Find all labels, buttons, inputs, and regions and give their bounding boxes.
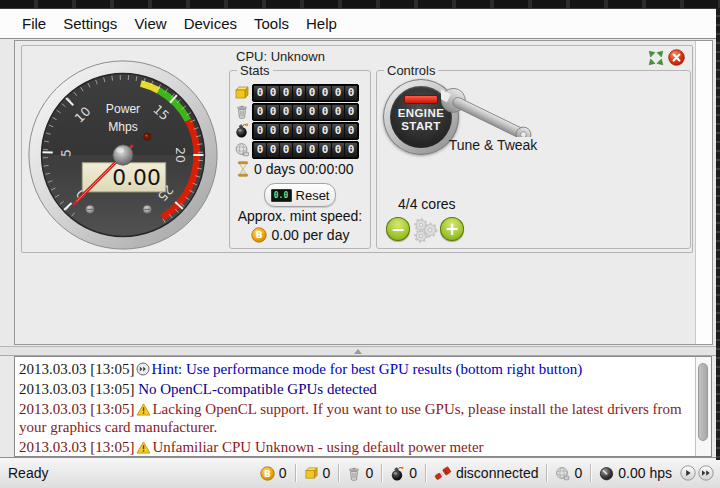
log-timestamp: 2013.03.03 [13:05] (19, 361, 134, 377)
network-globe-icon (555, 466, 570, 481)
cores-label: 4/4 cores (398, 196, 456, 212)
menu-tools[interactable]: Tools (254, 15, 289, 32)
main-scroll-area: CPU: Unknown (0, 40, 716, 346)
gauge-title: Power (106, 102, 140, 116)
log-scrollbar-thumb[interactable] (698, 363, 708, 441)
errors-odometer: 00000000 (252, 122, 359, 140)
separator (590, 464, 591, 482)
log-message: No OpenCL-compatible GPUs detected (138, 381, 377, 397)
bitcoin-icon: B (260, 466, 275, 481)
controls-group: Controls ENGINE START (376, 70, 691, 249)
tune-tweak-label: Tune & Tweak (437, 137, 549, 153)
network-blocks-row: 00000000 (234, 141, 359, 158)
accepted-work-icon (304, 466, 319, 480)
warning-icon (136, 441, 151, 454)
bomb-icon (390, 466, 405, 481)
window-right-edge (716, 8, 720, 460)
separator (295, 464, 296, 482)
mint-speed-value: 0.00 per day (272, 227, 350, 243)
reset-label: Reset (296, 188, 330, 203)
menu-file[interactable]: File (22, 15, 46, 32)
log-console: 2013.03.03 [13:05]Hint: Use performance … (14, 356, 712, 457)
log-message: Unfamiliar CPU Unknown - using default p… (152, 439, 483, 455)
log-timestamp: 2013.03.03 [13:05] (19, 401, 134, 417)
devices-content: CPU: Unknown (15, 41, 695, 344)
separator (546, 464, 547, 482)
gauge-value: 0.00 (112, 165, 161, 190)
bomb-icon (234, 123, 250, 138)
svg-text:B: B (264, 468, 271, 478)
discarded-work-row: 00000000 (234, 103, 359, 120)
log-entry: 2013.03.03 [13:05] No OpenCL-compatible … (19, 380, 693, 398)
gauge-led (144, 133, 151, 140)
log-message: Hint: Use performance mode for best GPU … (151, 361, 582, 377)
bitcoin-icon: B (251, 227, 267, 243)
uptime-value: 0 days 00:00:00 (254, 161, 354, 177)
menu-help[interactable]: Help (306, 15, 337, 32)
gauge-units: Mhps (108, 120, 138, 134)
separator (381, 464, 382, 482)
devices-viewport: CPU: Unknown (14, 40, 713, 345)
wrench-icon[interactable] (441, 79, 545, 137)
connection-status: disconnected (456, 465, 539, 481)
app-window: File Settings View Devices Tools Help CP… (0, 0, 720, 488)
trash-icon (234, 104, 250, 119)
status-bar: Ready B 0 0 (0, 457, 720, 488)
log-entry: 2013.03.03 [13:05]Hint: Use performance … (19, 360, 693, 378)
normal-mode-button[interactable] (680, 465, 696, 481)
splitter-handle[interactable] (0, 346, 716, 356)
separator (338, 464, 339, 482)
status-errors: 0 (390, 465, 417, 481)
hint-icon (136, 362, 150, 376)
log-timestamp: 2013.03.03 [13:05] (19, 439, 134, 455)
errors-row: 00000000 (234, 122, 359, 139)
status-ready: Ready (8, 465, 48, 481)
cores-gears-icon (412, 217, 438, 243)
accepted-work-odometer: 00000000 (252, 84, 359, 102)
discarded-work-odometer: 00000000 (252, 103, 359, 121)
plug-disconnected-icon (434, 465, 452, 481)
svg-text:B: B (255, 229, 262, 240)
shrink-panel-icon[interactable] (648, 50, 664, 66)
menu-view[interactable]: View (134, 15, 166, 32)
hashrate-gauge-icon (599, 466, 614, 481)
controls-legend: Controls (384, 63, 438, 78)
uptime-row: 0 days 00:00:00 (236, 161, 354, 177)
hourglass-icon (236, 161, 250, 177)
trash-icon (347, 466, 361, 481)
status-accepted: 0 (304, 465, 331, 481)
accepted-count: 0 (323, 465, 331, 481)
log-entry: 2013.03.03 [13:05]Unfamiliar CPU Unknown… (19, 438, 693, 456)
separator (425, 464, 426, 482)
performance-mode-button[interactable] (698, 465, 714, 481)
discarded-count: 0 (365, 465, 373, 481)
device-panel-cpu: CPU: Unknown (21, 45, 693, 253)
errors-count: 0 (409, 465, 417, 481)
status-connection: disconnected (434, 465, 539, 481)
power-gauge: 0510152025 Power Mhps 0.00 (26, 58, 220, 252)
menu-devices[interactable]: Devices (184, 15, 237, 32)
log-content: 2013.03.03 [13:05]Hint: Use performance … (15, 357, 695, 456)
gauge-knob (113, 145, 133, 165)
mint-speed-label: Approx. mint speed: (230, 208, 370, 224)
network-globe-icon (234, 142, 250, 157)
engine-indicator (404, 95, 438, 104)
close-device-icon[interactable] (668, 49, 685, 66)
engine-label-1: ENGINE (398, 107, 445, 120)
main-scrollbar-track[interactable] (695, 41, 712, 344)
log-scrollbar-track[interactable] (695, 357, 711, 456)
stats-group: Stats 00000000 (229, 70, 371, 249)
reset-lcd-icon: 0.0 (271, 189, 292, 202)
bitcoin-count: 0 (279, 465, 287, 481)
device-title: CPU: Unknown (236, 49, 325, 64)
status-discarded: 0 (347, 465, 373, 481)
log-timestamp: 2013.03.03 [13:05] (19, 381, 134, 397)
accepted-work-icon (234, 85, 250, 100)
remove-core-button[interactable]: − (386, 217, 410, 241)
reset-button[interactable]: 0.0 Reset (264, 183, 336, 207)
desktop-edge (0, 0, 720, 8)
svg-text:20: 20 (173, 147, 188, 163)
menu-settings[interactable]: Settings (63, 15, 117, 32)
menu-bar: File Settings View Devices Tools Help (0, 8, 716, 39)
add-core-button[interactable]: + (440, 217, 464, 241)
